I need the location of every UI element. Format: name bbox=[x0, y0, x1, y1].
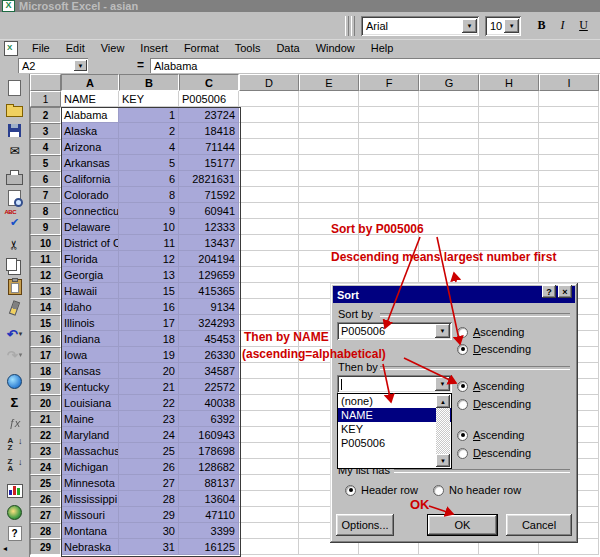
cell-D13[interactable] bbox=[239, 283, 299, 299]
cell-A17[interactable]: Iowa bbox=[61, 347, 119, 363]
no-header-row-radio[interactable]: No header row bbox=[433, 484, 521, 496]
spelling-icon[interactable]: ABC✔ bbox=[2, 209, 28, 229]
cell-C4[interactable]: 71144 bbox=[179, 139, 239, 155]
cell-A18[interactable]: Kansas bbox=[61, 363, 119, 379]
cell-A27[interactable]: Missouri bbox=[61, 507, 119, 523]
row-header-2[interactable]: 2 bbox=[30, 107, 61, 123]
cell-E10[interactable] bbox=[299, 235, 359, 251]
cell-B18[interactable]: 20 bbox=[119, 363, 179, 379]
print-icon[interactable] bbox=[2, 167, 28, 187]
cell-A14[interactable]: Idaho bbox=[61, 299, 119, 315]
cell-B17[interactable]: 19 bbox=[119, 347, 179, 363]
cell-C1[interactable]: P005006 bbox=[179, 91, 239, 107]
cell-B29[interactable]: 31 bbox=[119, 539, 179, 555]
cell-A29[interactable]: Nebraska bbox=[61, 539, 119, 555]
cell-H3[interactable] bbox=[479, 123, 539, 139]
cell-B23[interactable]: 25 bbox=[119, 443, 179, 459]
toolbar-scroll-left-icon[interactable]: ◂ bbox=[3, 545, 7, 556]
cell-B13[interactable]: 15 bbox=[119, 283, 179, 299]
sort-dialog-title-bar[interactable]: Sort bbox=[333, 286, 575, 303]
cell-E1[interactable] bbox=[299, 91, 359, 107]
list-item-key[interactable]: KEY bbox=[338, 422, 451, 436]
then-by-combobox[interactable]: ▼ bbox=[337, 375, 452, 393]
cell-E6[interactable] bbox=[299, 171, 359, 187]
cell-C25[interactable]: 88137 bbox=[179, 475, 239, 491]
row-header-24[interactable]: 24 bbox=[30, 459, 61, 475]
cell-A23[interactable]: Massachusetts bbox=[61, 443, 119, 459]
column-header-G[interactable]: G bbox=[419, 74, 479, 91]
mail-icon[interactable]: ✉ bbox=[2, 141, 28, 161]
cell-I9[interactable] bbox=[539, 219, 599, 235]
cell-A3[interactable]: Alaska bbox=[61, 123, 119, 139]
cell-F4[interactable] bbox=[359, 139, 419, 155]
column-header-E[interactable]: E bbox=[299, 74, 359, 91]
cell-I12[interactable] bbox=[539, 267, 599, 283]
sort-by-descending-radio[interactable]: Descending bbox=[457, 343, 531, 355]
cell-H10[interactable] bbox=[479, 235, 539, 251]
toolbar-grip[interactable] bbox=[351, 16, 355, 36]
cell-B15[interactable]: 17 bbox=[119, 315, 179, 331]
cell-G1[interactable] bbox=[419, 91, 479, 107]
cell-E8[interactable] bbox=[299, 203, 359, 219]
cell-D27[interactable] bbox=[239, 507, 299, 523]
cell-B10[interactable]: 11 bbox=[119, 235, 179, 251]
cell-A24[interactable]: Michigan bbox=[61, 459, 119, 475]
ok-button[interactable]: OK bbox=[427, 514, 498, 536]
cell-C16[interactable]: 45453 bbox=[179, 331, 239, 347]
cell-B16[interactable]: 18 bbox=[119, 331, 179, 347]
sort-descending-icon[interactable]: ZA bbox=[2, 455, 28, 475]
cell-H9[interactable] bbox=[479, 219, 539, 235]
sort-ascending-icon[interactable]: AZ bbox=[2, 434, 28, 454]
cell-B6[interactable]: 6 bbox=[119, 171, 179, 187]
cell-H7[interactable] bbox=[479, 187, 539, 203]
cell-C18[interactable]: 34587 bbox=[179, 363, 239, 379]
cell-C3[interactable]: 18418 bbox=[179, 123, 239, 139]
cell-A4[interactable]: Arizona bbox=[61, 139, 119, 155]
cancel-button[interactable]: Cancel bbox=[506, 514, 572, 536]
cell-D18[interactable] bbox=[239, 363, 299, 379]
cell-G6[interactable] bbox=[419, 171, 479, 187]
cell-B27[interactable]: 29 bbox=[119, 507, 179, 523]
cell-G9[interactable] bbox=[419, 219, 479, 235]
cell-I2[interactable] bbox=[539, 107, 599, 123]
bold-button[interactable]: B bbox=[531, 16, 552, 36]
cell-A19[interactable]: Kentucky bbox=[61, 379, 119, 395]
cell-H12[interactable] bbox=[479, 267, 539, 283]
cell-E7[interactable] bbox=[299, 187, 359, 203]
row-header-25[interactable]: 25 bbox=[30, 475, 61, 491]
then-by-descending-radio[interactable]: Descending bbox=[457, 398, 531, 410]
web-toolbar-icon[interactable] bbox=[2, 371, 28, 391]
cell-C2[interactable]: 23724 bbox=[179, 107, 239, 123]
redo-icon[interactable]: ↷▾ bbox=[2, 345, 28, 365]
help-button[interactable]: ? bbox=[542, 285, 556, 298]
cell-A16[interactable]: Indiana bbox=[61, 331, 119, 347]
cell-D10[interactable] bbox=[239, 235, 299, 251]
font-name-combobox[interactable]: Arial ▼ bbox=[361, 16, 479, 36]
copy-icon[interactable] bbox=[2, 256, 28, 276]
cell-D29[interactable] bbox=[239, 539, 299, 555]
cell-C21[interactable]: 6392 bbox=[179, 411, 239, 427]
row-header-10[interactable]: 10 bbox=[30, 235, 61, 251]
cell-C11[interactable]: 204194 bbox=[179, 251, 239, 267]
cell-B28[interactable]: 30 bbox=[119, 523, 179, 539]
cell-B1[interactable]: KEY bbox=[119, 91, 179, 107]
row-header-15[interactable]: 15 bbox=[30, 315, 61, 331]
cell-H8[interactable] bbox=[479, 203, 539, 219]
row-header-6[interactable]: 6 bbox=[30, 171, 61, 187]
cell-A10[interactable]: District of Columbia bbox=[61, 235, 119, 251]
cell-H5[interactable] bbox=[479, 155, 539, 171]
cell-E5[interactable] bbox=[299, 155, 359, 171]
cell-I3[interactable] bbox=[539, 123, 599, 139]
cut-icon[interactable]: ✂ bbox=[2, 235, 28, 255]
cell-C24[interactable]: 128682 bbox=[179, 459, 239, 475]
menu-item-edit[interactable]: Edit bbox=[58, 40, 93, 57]
cell-C7[interactable]: 71592 bbox=[179, 187, 239, 203]
cell-F6[interactable] bbox=[359, 171, 419, 187]
column-header-F[interactable]: F bbox=[359, 74, 419, 91]
cell-D4[interactable] bbox=[239, 139, 299, 155]
chevron-down-icon[interactable]: ▼ bbox=[74, 60, 87, 71]
cell-B11[interactable]: 12 bbox=[119, 251, 179, 267]
cell-A2[interactable]: Alabama bbox=[61, 107, 119, 123]
column-header-A[interactable]: A bbox=[61, 74, 119, 91]
row-header-13[interactable]: 13 bbox=[30, 283, 61, 299]
